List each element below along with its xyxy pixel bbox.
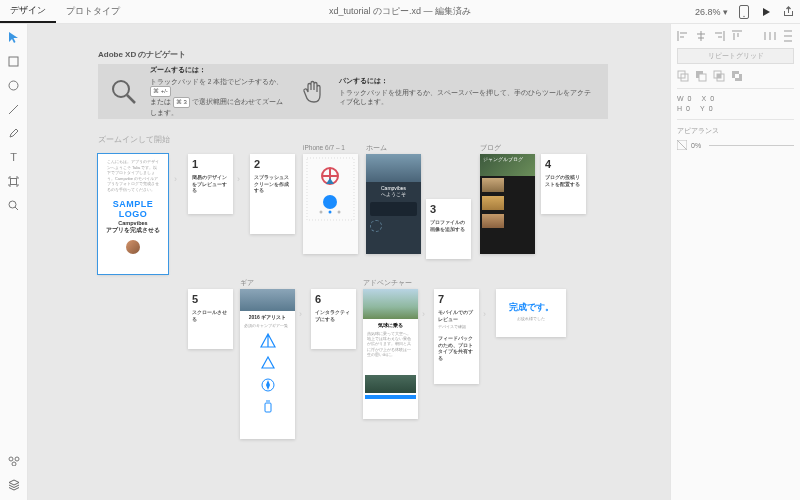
splash-graphic: [303, 154, 358, 224]
step-caption-b: フィードバックのため、プロトタイプを共有する: [434, 333, 479, 363]
play-icon[interactable]: [760, 6, 772, 18]
step-number: 3: [430, 203, 436, 215]
rectangle-tool-icon[interactable]: [7, 54, 21, 68]
step7-desc: デバイスで確認: [434, 324, 479, 329]
h-value[interactable]: 0: [686, 105, 690, 112]
union-icon[interactable]: [677, 70, 689, 82]
assets-icon[interactable]: [7, 454, 21, 468]
artboard-adventure[interactable]: アドベンチャー 気球に乗る 熱気球に乗って大空へ。地上では味わえない景色が広がり…: [363, 289, 418, 419]
step-number: 6: [315, 293, 321, 305]
layers-icon[interactable]: [7, 478, 21, 492]
step-caption: 簡易のデザインをプレビューする: [188, 172, 233, 196]
pen-tool-icon[interactable]: [7, 126, 21, 140]
left-toolbar: T: [0, 24, 28, 500]
nav-card-title: Adobe XD のナビゲート: [98, 49, 186, 60]
arrow-icon: ›: [237, 174, 240, 184]
artboard-gear[interactable]: ギア 2016 ギアリスト 必須のキャンプギア一覧: [240, 289, 295, 439]
svg-line-13: [127, 95, 135, 103]
exclude-icon[interactable]: [731, 70, 743, 82]
artboard-tool-icon[interactable]: [7, 174, 21, 188]
properties-panel: リピートグリッド W 0 X 0 H 0 Y 0 アピアランス 0%: [670, 24, 800, 500]
intersect-icon[interactable]: [713, 70, 725, 82]
x-value[interactable]: 0: [710, 95, 714, 102]
select-tool-icon[interactable]: [7, 30, 21, 44]
svg-point-3: [9, 81, 18, 90]
artboard-intro[interactable]: こんにちは。アプリのデザインへようこそ Talia です。以下でプロトタイプしま…: [98, 154, 168, 274]
artboard-step3[interactable]: 3 プロファイルの画像を追加する: [426, 199, 471, 259]
text-tool-icon[interactable]: T: [7, 150, 21, 164]
canvas[interactable]: Adobe XD のナビゲート ズームするには： トラックパッドを 2 本指でピ…: [28, 24, 670, 500]
artboard-step4[interactable]: 4 ブログの投稿リストを配置する: [541, 154, 586, 214]
repeat-grid-button[interactable]: リピートグリッド: [677, 48, 794, 64]
adv-hero: [363, 289, 418, 319]
step-caption: スプラッシュスクリーンを作成する: [250, 172, 295, 196]
artboard-label: ホーム: [366, 144, 387, 153]
ellipse-tool-icon[interactable]: [7, 78, 21, 92]
share-icon[interactable]: [782, 6, 794, 18]
chevron-down-icon: ▾: [723, 7, 728, 17]
zoom-level[interactable]: 26.8% ▾: [695, 7, 728, 17]
distribute-h-icon[interactable]: [764, 30, 776, 42]
svg-rect-25: [699, 74, 706, 81]
hand-icon: [299, 78, 327, 106]
svg-point-19: [338, 211, 341, 214]
document-title: xd_tutorial のコピー.xd — 編集済み: [329, 5, 471, 18]
w-label: W: [677, 95, 684, 102]
tab-prototype[interactable]: プロトタイプ: [56, 0, 130, 23]
opacity-value[interactable]: 0%: [691, 142, 701, 149]
intro-text: こんにちは。アプリのデザインへようこそ Talia です。以下でプロトタイプしま…: [103, 159, 163, 193]
arrow-icon: ›: [174, 174, 177, 184]
zoom-tool-icon[interactable]: [7, 198, 21, 212]
step-caption: インタラクティブにする: [311, 307, 356, 324]
pathop-row: [677, 70, 794, 82]
artboard-label: ギア: [240, 279, 254, 288]
arrow-icon: ›: [483, 309, 486, 319]
step-caption-a: モバイルでのプレビュー: [434, 307, 479, 324]
artboard-home[interactable]: ホーム Campvibesへようこそ: [366, 154, 421, 254]
y-label: Y: [700, 105, 705, 112]
opacity-icon: [677, 140, 687, 150]
align-row: [677, 30, 794, 42]
align-left-icon[interactable]: [677, 30, 689, 42]
artboard-step2[interactable]: 2 スプラッシュスクリーンを作成する: [250, 154, 295, 234]
y-value[interactable]: 0: [709, 105, 713, 112]
step-number: 5: [192, 293, 198, 305]
artboard-step7[interactable]: 7 モバイルでのプレビュー デバイスで確認 フィードバックのため、プロトタイプを…: [434, 289, 479, 384]
align-right-icon[interactable]: [713, 30, 725, 42]
w-value[interactable]: 0: [688, 95, 692, 102]
artboard-done[interactable]: 完成です。 お疲れ様でした: [496, 289, 566, 337]
align-hcenter-icon[interactable]: [695, 30, 707, 42]
step-number: 4: [545, 158, 551, 170]
artboard-label: アドベンチャー: [363, 279, 412, 288]
artboard-splash[interactable]: iPhone 6/7 – 1: [303, 154, 358, 254]
subtract-icon[interactable]: [695, 70, 707, 82]
tab-design[interactable]: デザイン: [0, 0, 56, 23]
svg-rect-28: [717, 74, 721, 78]
gear-hero: [240, 289, 295, 311]
intro-sub1: Campvibes: [103, 220, 163, 226]
done-sub: お疲れ様でした: [496, 316, 566, 321]
artboard-step5[interactable]: 5 スクロールさせる: [188, 289, 233, 349]
artboard-step6[interactable]: 6 インタラクティブにする: [311, 289, 356, 349]
done-text: 完成です。: [496, 289, 566, 314]
device-preview-icon[interactable]: [738, 6, 750, 18]
step-number: 2: [254, 158, 260, 170]
opacity-slider[interactable]: [709, 145, 794, 146]
align-top-icon[interactable]: [731, 30, 743, 42]
artboard-step1[interactable]: 1 簡易のデザインをプレビューする: [188, 154, 233, 214]
lantern-icon: [259, 398, 277, 416]
magnifier-icon: [110, 78, 138, 106]
distribute-v-icon[interactable]: [782, 30, 794, 42]
navigation-help-card: Adobe XD のナビゲート ズームするには： トラックパッドを 2 本指でピ…: [98, 64, 608, 119]
svg-point-11: [12, 462, 16, 466]
home-brand: Campvibesへようこそ: [366, 182, 421, 200]
svg-point-7: [9, 201, 16, 208]
step-number: 7: [438, 293, 444, 305]
artboard-label: iPhone 6/7 – 1: [303, 144, 345, 151]
line-tool-icon[interactable]: [7, 102, 21, 116]
app-header: デザイン プロトタイプ xd_tutorial のコピー.xd — 編集済み 2…: [0, 0, 800, 24]
adv-img: [365, 375, 416, 393]
arrow-icon: ›: [299, 309, 302, 319]
svg-line-8: [15, 207, 18, 210]
artboard-blog[interactable]: ブログ ジャングルブログ: [480, 154, 535, 254]
